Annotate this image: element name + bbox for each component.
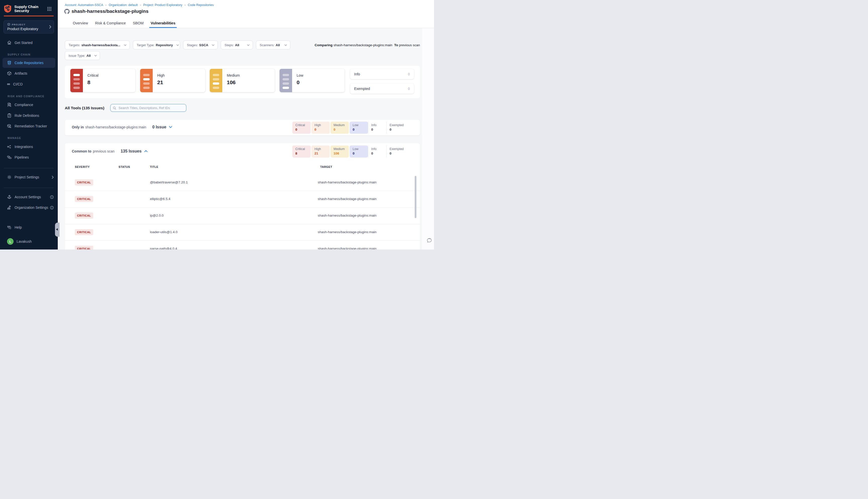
issue-title: parse-path@4.0.4 <box>150 247 177 250</box>
all-tools-heading: All Tools (135 Issues) <box>65 106 104 110</box>
stages-filter[interactable]: Stages:SSCA <box>183 40 218 49</box>
breadcrumb-separator: › <box>140 3 141 7</box>
severity-badge: CRITICAL <box>75 196 93 202</box>
table-row[interactable]: CRITICAL parse-path@4.0.4 shash-harness/… <box>65 241 420 250</box>
table-row[interactable]: CRITICAL elliptic@6.5.4 shash-harness/ba… <box>65 191 420 208</box>
sidebar-item-pipelines[interactable]: Pipelines <box>0 152 58 162</box>
sidebar-item-account-settings[interactable]: Account Settings <box>0 192 58 202</box>
chevron-down-icon <box>124 44 127 46</box>
low-severity-strip-icon <box>280 69 292 92</box>
only-in-severity-badges: Critical0 High0 Medium0 Low0 Info0 Exemp… <box>292 122 416 134</box>
chevron-down-icon <box>247 44 250 46</box>
breadcrumb-project[interactable]: Project: Product Exploratory <box>143 3 182 7</box>
tab-risk-compliance[interactable]: Risk & Compliance <box>95 19 126 28</box>
table-row[interactable]: CRITICAL loader-utils@1.4.0 shash-harnes… <box>65 224 420 241</box>
sidebar-item-project-settings[interactable]: Project Settings <box>0 172 58 182</box>
sidebar-item-cicd[interactable]: ∞ CI/CD <box>0 79 58 89</box>
column-severity: SEVERITY <box>75 165 90 168</box>
home-icon <box>7 40 12 45</box>
chat-help-icon[interactable] <box>426 237 433 243</box>
svg-text:?: ? <box>8 226 9 228</box>
app-title: Supply Chain Security <box>14 5 38 13</box>
infinity-icon: ∞ <box>7 82 10 86</box>
issues-table-body: CRITICAL @babel/traverse@7.20.1 shash-ha… <box>65 174 420 250</box>
issue-title: elliptic@6.5.4 <box>150 197 170 201</box>
chevron-down-icon <box>169 126 172 128</box>
critical-summary-card[interactable]: Critical 8 <box>70 69 135 92</box>
severity-badge: CRITICAL <box>75 179 93 185</box>
low-summary-card[interactable]: Low 0 <box>280 69 345 92</box>
project-name: Product Exploratory <box>7 27 38 31</box>
chevron-right-icon <box>52 175 54 179</box>
scanners-filter[interactable]: Scanners:All <box>256 40 290 49</box>
breadcrumb-account[interactable]: Account: Automation-SSCA <box>65 3 103 7</box>
tab-bar: Overview Risk & Compliance SBOM Vulnerab… <box>72 19 176 28</box>
sidebar: Supply Chain Security PROJECT Pro <box>0 0 58 250</box>
issue-title: loader-utils@1.4.0 <box>150 230 177 234</box>
tab-vulnerabilities[interactable]: Vulnerabilities <box>150 19 176 28</box>
app-grid-icon[interactable] <box>47 7 51 11</box>
sidebar-collapse-handle[interactable] <box>55 223 60 237</box>
issue-target: shash-harness/backstage-plugins:main <box>318 214 376 217</box>
issues-table-header: SEVERITY STATUS TITLE TARGET <box>65 165 420 171</box>
breadcrumb-separator: › <box>106 3 107 7</box>
github-icon <box>64 9 70 14</box>
sidebar-item-rule-definitions[interactable]: Rule Definitions <box>0 111 58 121</box>
document-search-icon <box>7 102 12 107</box>
breadcrumb-code-repositories[interactable]: Code Repositories <box>188 3 214 7</box>
clipboard-check-icon <box>7 113 12 118</box>
sidebar-item-integrations[interactable]: Integrations <box>0 142 58 152</box>
comparing-label: Comparing shash-harness/backstage-plugin… <box>315 43 420 47</box>
table-scrollbar[interactable] <box>415 176 417 218</box>
badge-info: Info0 <box>368 122 386 134</box>
sidebar-item-compliance[interactable]: Compliance <box>0 100 58 110</box>
supply-chain-security-logo-icon <box>4 4 12 13</box>
tab-sbom[interactable]: SBOM <box>132 19 144 28</box>
high-summary-card[interactable]: High 21 <box>140 69 205 92</box>
app-window: Supply Chain Security PROJECT Pro <box>0 0 434 250</box>
badge-medium: Medium0 <box>331 122 349 134</box>
breadcrumb-organization[interactable]: Organization: default <box>109 3 138 7</box>
medium-severity-strip-icon <box>210 69 222 92</box>
column-target: TARGET <box>320 165 332 168</box>
chevron-down-icon <box>212 44 214 46</box>
common-severity-badges: Critical8 High21 Medium106 Low0 Info0 Ex… <box>292 145 416 158</box>
badge-high: High21 <box>311 145 330 158</box>
issue-type-filter[interactable]: Issue Type:All <box>65 51 100 60</box>
search-icon <box>113 106 116 110</box>
only-in-toggle[interactable]: Only in shash-harness/backstage-plugins:… <box>72 125 172 130</box>
sidebar-item-help[interactable]: ? Help <box>0 222 58 232</box>
sidebar-divider <box>4 168 54 168</box>
sidebar-item-remediation-tracker[interactable]: Remediation Tracker <box>0 121 58 131</box>
issue-target: shash-harness/backstage-plugins:main <box>318 180 376 184</box>
issue-target: shash-harness/backstage-plugins:main <box>318 247 376 250</box>
high-severity-strip-icon <box>140 69 153 92</box>
badge-exempted: Exempted0 <box>386 122 416 134</box>
user-menu[interactable]: L Lavakush <box>0 236 58 246</box>
sidebar-item-get-started[interactable]: Get Started <box>0 38 58 48</box>
exempted-summary-card[interactable]: Exempted 0 <box>350 83 414 94</box>
targets-filter[interactable]: Targets:shash-harness/backsta... <box>65 40 130 49</box>
steps-filter[interactable]: Steps:All <box>221 40 253 49</box>
severity-badge: CRITICAL <box>75 246 93 250</box>
common-section: Common to previous scan 135 Issues Criti… <box>65 143 420 250</box>
tab-overview[interactable]: Overview <box>72 19 88 28</box>
table-row[interactable]: CRITICAL ip@2.0.0 shash-harness/backstag… <box>65 208 420 224</box>
cube-icon <box>7 23 10 26</box>
medium-summary-card[interactable]: Medium 106 <box>210 69 275 92</box>
search-input[interactable] <box>118 106 184 110</box>
info-summary-card[interactable]: Info 0 <box>350 69 414 79</box>
common-toggle[interactable]: Common to previous scan 135 Issues <box>72 149 148 154</box>
sidebar-item-code-repositories[interactable]: Code Repositories <box>2 58 55 68</box>
target-type-filter[interactable]: Target Type:Repository <box>133 40 180 49</box>
project-selector[interactable]: PROJECT Product Exploratory <box>3 20 54 34</box>
filter-bar: Targets:shash-harness/backsta... Target … <box>65 40 290 49</box>
pipelines-icon <box>7 155 12 160</box>
org-gear-icon <box>7 205 12 210</box>
badge-medium: Medium106 <box>331 145 349 158</box>
table-row[interactable]: CRITICAL @babel/traverse@7.20.1 shash-ha… <box>65 174 420 191</box>
issue-target: shash-harness/backstage-plugins:main <box>318 230 376 234</box>
sidebar-item-artifacts[interactable]: Artifacts <box>0 68 58 78</box>
sidebar-item-organization-settings[interactable]: Organization Settings <box>0 203 58 212</box>
badge-critical: Critical8 <box>292 145 311 158</box>
